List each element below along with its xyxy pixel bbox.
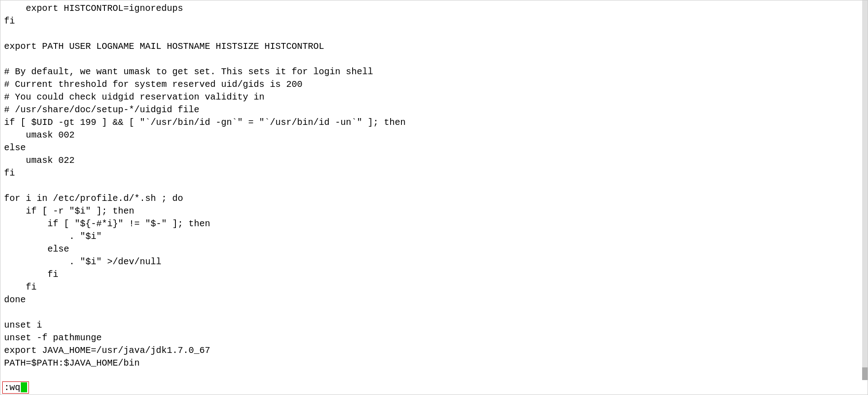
code-line: fi (4, 167, 859, 180)
code-line: if [ "${-#*i}" != "$-" ]; then (4, 218, 859, 230)
code-line (4, 180, 859, 192)
code-line: done (4, 294, 859, 306)
code-line: . "$i" (4, 230, 859, 243)
code-line: fi (4, 281, 859, 294)
code-line: export PATH USER LOGNAME MAIL HOSTNAME H… (4, 40, 859, 53)
code-line: PATH=$PATH:$JAVA_HOME/bin (4, 357, 859, 370)
scrollbar-track[interactable] (862, 0, 868, 395)
code-line: export HISTCONTROL=ignoredups (4, 2, 859, 15)
code-line: # You could check uidgid reservation val… (4, 91, 859, 104)
code-line: umask 022 (4, 154, 859, 167)
code-line: unset -f pathmunge (4, 332, 859, 344)
code-line: umask 002 (4, 129, 859, 142)
code-line: # By default, we want umask to get set. … (4, 66, 859, 78)
code-line: fi (4, 268, 859, 281)
code-line: export JAVA_HOME=/usr/java/jdk1.7.0_67 (4, 344, 859, 357)
code-line: fi (4, 15, 859, 28)
code-content[interactable]: export HISTCONTROL=ignoredupsfi export P… (0, 0, 862, 395)
code-line: . "$i" >/dev/null (4, 256, 859, 268)
code-line: unset i (4, 319, 859, 332)
cursor (21, 382, 27, 392)
code-line: else (4, 243, 859, 256)
code-line: if [ $UID -gt 199 ] && [ "`/usr/bin/id -… (4, 116, 859, 129)
command-bar[interactable]: :wq (0, 380, 868, 395)
code-line (4, 306, 859, 319)
code-line: for i in /etc/profile.d/*.sh ; do (4, 192, 859, 205)
command-input-box[interactable]: :wq (2, 381, 29, 394)
editor-window: export HISTCONTROL=ignoredupsfi export P… (0, 0, 868, 395)
command-text: :wq (4, 382, 20, 393)
code-line: # /usr/share/doc/setup-*/uidgid file (4, 104, 859, 116)
code-line (4, 53, 859, 66)
code-line: else (4, 142, 859, 154)
code-line (4, 28, 859, 40)
code-line: if [ -r "$i" ]; then (4, 205, 859, 218)
code-line: # Current threshold for system reserved … (4, 78, 859, 91)
